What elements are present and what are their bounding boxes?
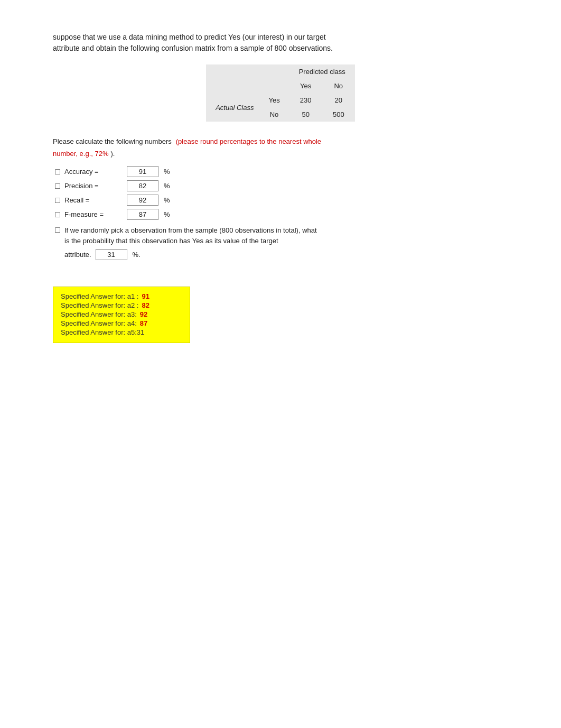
- summary-label-0: Specified Answer for: a1 :: [61, 292, 138, 300]
- bullet-a2: □: [53, 181, 62, 191]
- percent-sign-a2: %: [164, 182, 170, 190]
- summary-row-3: Specified Answer for: a4:87: [61, 319, 182, 327]
- summary-label-3: Specified Answer for: a4:: [61, 319, 137, 327]
- bullet-a4: □: [53, 210, 62, 219]
- summary-row-1: Specified Answer for: a2 :82: [61, 301, 182, 309]
- prob-text1: If we randomly pick a observation from t…: [64, 226, 317, 234]
- summary-label-1: Specified Answer for: a2 :: [61, 301, 138, 309]
- summary-row-4: Specified Answer for: a5:31: [61, 328, 182, 336]
- metric-label-a3: Recall =: [64, 196, 123, 204]
- pred-no-header: No: [322, 79, 355, 93]
- intro-line1: suppose that we use a data mining method…: [53, 32, 508, 43]
- confusion-matrix-wrapper: Predicted class Yes No Actual Class Yes …: [53, 64, 508, 122]
- predicted-class-header: Predicted class: [289, 64, 355, 79]
- summary-value-3: 87: [140, 319, 147, 327]
- answer-box-a1[interactable]: 91: [127, 166, 158, 177]
- answer-box-a4[interactable]: 87: [127, 209, 158, 220]
- example-suffix: ).: [111, 150, 115, 158]
- percent-sign-a3: %: [164, 196, 170, 204]
- summary-label-2: Specified Answer for: a3:: [61, 310, 137, 318]
- intro-text: suppose that we use a data mining method…: [53, 32, 508, 54]
- probability-row: □ If we randomly pick a observation from…: [53, 225, 508, 246]
- metric-label-a4: F-measure =: [64, 210, 123, 218]
- summary-value-2: 92: [140, 310, 147, 318]
- confusion-matrix-table: Predicted class Yes No Actual Class Yes …: [206, 64, 355, 122]
- answer-summary-box: Specified Answer for: a1 :91Specified An…: [53, 287, 190, 343]
- probability-text: If we randomly pick a observation from t…: [64, 225, 317, 246]
- metric-row-a3: □Recall =92%: [53, 195, 508, 206]
- metric-rows: □Accuracy =91%□Precision =82%□Recall =92…: [53, 166, 508, 220]
- summary-row-0: Specified Answer for: a1 :91: [61, 292, 182, 300]
- percent-sign-a1: %: [164, 168, 170, 176]
- probability-answer-row: attribute. 31 %.: [64, 249, 508, 260]
- calc-header-left: Please calculate the following numbers: [53, 137, 172, 145]
- intro-line2: attribute and obtain the following confu…: [53, 43, 508, 54]
- metric-label-a1: Accuracy =: [64, 168, 123, 176]
- prob-answer-box[interactable]: 31: [96, 249, 127, 260]
- summary-row-2: Specified Answer for: a3:92: [61, 310, 182, 318]
- metric-label-a2: Precision =: [64, 182, 123, 190]
- summary-value-0: 91: [142, 292, 149, 300]
- row-no-label: No: [259, 107, 289, 122]
- metric-row-a2: □Precision =82%: [53, 180, 508, 191]
- metric-row-a1: □Accuracy =91%: [53, 166, 508, 177]
- summary-label-4: Specified Answer for: a5:31: [61, 328, 144, 336]
- fn-cell: 20: [322, 93, 355, 107]
- bullet-5: □: [53, 225, 62, 235]
- tp-cell: 230: [289, 93, 322, 107]
- tn-cell: 500: [322, 107, 355, 122]
- answer-box-a3[interactable]: 92: [127, 195, 158, 206]
- prob-suffix: %.: [133, 251, 141, 259]
- prob-label: attribute.: [64, 251, 91, 259]
- example-text: number, e.g., 72%: [53, 150, 109, 158]
- calc-header-right: (please round percentages to the nearest…: [176, 137, 321, 145]
- summary-value-1: 82: [142, 301, 149, 309]
- row-yes-label: Yes: [259, 93, 289, 107]
- calc-section: Please calculate the following numbers (…: [53, 137, 508, 260]
- bullet-a1: □: [53, 167, 62, 177]
- metric-row-a4: □F-measure =87%: [53, 209, 508, 220]
- pred-yes-header: Yes: [289, 79, 322, 93]
- answer-box-a2[interactable]: 82: [127, 180, 158, 191]
- actual-class-label: Actual Class: [206, 93, 259, 122]
- fp-cell: 50: [289, 107, 322, 122]
- prob-text2: is the probability that this observation…: [64, 237, 278, 245]
- percent-sign-a4: %: [164, 210, 170, 218]
- bullet-a3: □: [53, 196, 62, 205]
